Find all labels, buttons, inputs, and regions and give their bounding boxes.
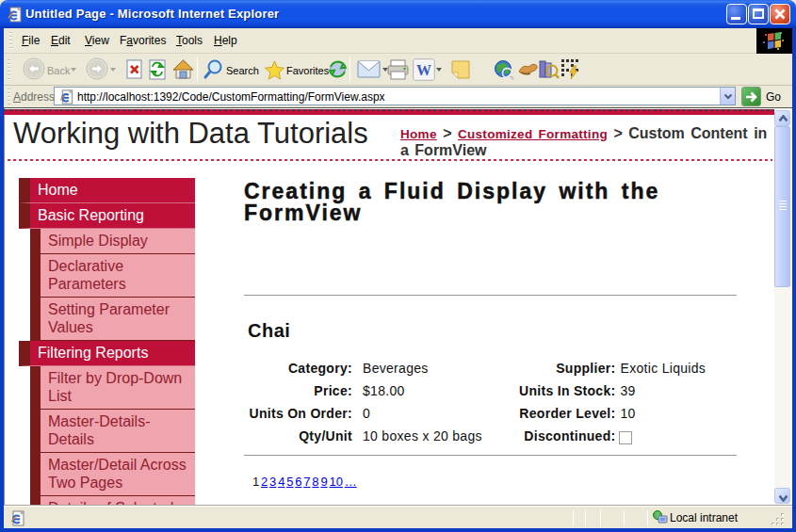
svg-text:W: W [416,62,431,78]
